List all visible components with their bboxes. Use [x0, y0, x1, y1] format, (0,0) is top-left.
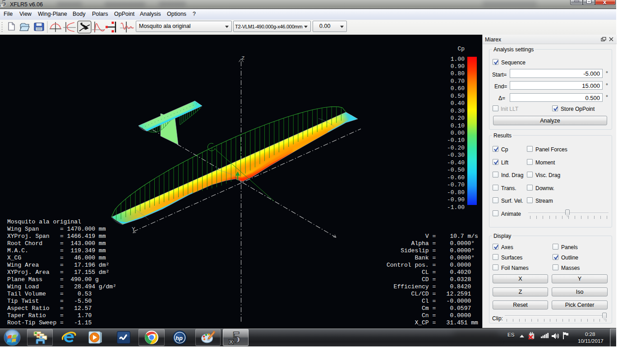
svg-text:0.10: 0.10 [451, 123, 465, 129]
svg-text:0.70: 0.70 [451, 78, 465, 85]
svg-text:0.00: 0.00 [451, 130, 465, 136]
svg-text:hp: hp [175, 335, 183, 341]
svg-text:0.20: 0.20 [451, 115, 465, 122]
svg-text:0.40: 0.40 [451, 100, 465, 107]
svg-text:-0.30: -0.30 [447, 152, 465, 159]
svg-text:1.00: 1.00 [451, 56, 465, 63]
svg-text:-0.70: -0.70 [447, 182, 465, 188]
svg-text:z: z [241, 55, 245, 61]
svg-text:Y: Y [132, 226, 135, 233]
svg-text:-0.60: -0.60 [447, 174, 465, 181]
svg-text:5: 5 [232, 329, 240, 346]
svg-text:0.80: 0.80 [451, 70, 465, 77]
svg-text:x: x [229, 337, 234, 346]
svg-text:0.30: 0.30 [451, 108, 465, 114]
svg-text:0.90: 0.90 [451, 63, 465, 70]
svg-text:-0.80: -0.80 [447, 189, 465, 196]
svg-text:-0.20: -0.20 [447, 145, 465, 151]
svg-text:0.60: 0.60 [451, 85, 465, 92]
svg-text:0.50: 0.50 [451, 93, 465, 100]
svg-text:Cp: Cp [457, 46, 465, 52]
svg-text:-0.50: -0.50 [447, 167, 465, 173]
svg-text:-0.90: -0.90 [447, 196, 465, 203]
svg-text:-1.00: -1.00 [447, 204, 465, 211]
svg-text:-0.40: -0.40 [447, 159, 465, 166]
svg-text:-0.10: -0.10 [447, 137, 465, 144]
